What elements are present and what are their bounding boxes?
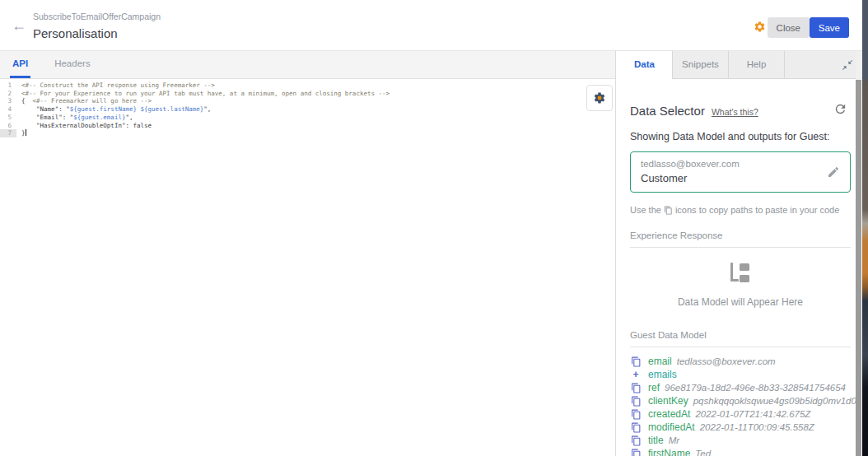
copy-icon[interactable] [631,396,642,407]
page-title: Personalisation [33,26,118,40]
field-value: Ted [695,449,711,456]
tab-snippets[interactable]: Snippets [673,51,729,78]
copy-icon[interactable] [631,422,642,433]
guest-field-row[interactable]: firstNameTed [630,447,851,456]
edit-pencil-icon[interactable] [827,165,840,179]
tab-headers[interactable]: Headers [52,51,92,78]
code-line[interactable]: 6 "HasExternalDoubleOptIn": false [0,122,615,130]
field-value: tedlasso@boxever.com [677,356,776,366]
back-arrow-icon[interactable]: ← [12,17,26,35]
editor-gear-icon [593,91,606,105]
editor-tab-bar: API Headers [0,51,615,79]
customer-email: tedlasso@boxever.com [641,159,840,169]
customer-type: Customer [641,172,840,184]
save-button[interactable]: Save [810,17,849,38]
guest-field-row[interactable]: ref96e8179a-18d2-496e-8b33-328541754654 [630,381,851,394]
code-line[interactable]: 4 "Name": "${guest.firstName} ${guest.la… [0,105,615,114]
copy-hint-text: Use the icons to copy paths to paste in … [630,205,851,215]
code-line[interactable]: 1<#-- Construct the API response using F… [0,81,615,90]
line-number: 2 [0,90,16,98]
editor-settings-button[interactable] [586,85,613,111]
field-key: email [648,356,672,367]
guest-field-row[interactable]: clientKeypqshkqqqoklsqwue4gs09b5idg0mv1d… [630,394,851,407]
field-value: Mr [669,435,679,445]
collapse-panel-icon[interactable] [841,58,854,72]
guest-data-model-title: Guest Data Model [630,330,851,340]
divider [630,247,851,248]
code-line[interactable]: 5 "Email": "${guest.email}", [0,114,615,122]
editor-panel: API Headers 1<#-- Construct the API resp… [0,51,616,456]
breadcrumb: SubscribeToEmailOfferCampaign [33,12,161,21]
data-panel-content: Data Selector What's this? Showing Data … [617,79,862,456]
guest-field-row[interactable]: createdAt2022-01-07T21:41:42.675Z [630,407,851,421]
guest-field-row[interactable]: modifiedAt2022-01-11T00:09:45.558Z [630,421,851,434]
expand-plus-icon[interactable]: + [632,370,638,379]
line-number: 6 [0,122,16,130]
copy-icon [664,206,673,215]
field-key: createdAt [648,408,690,420]
field-key: modifiedAt [648,421,695,433]
refresh-icon[interactable] [833,102,847,116]
code-lines: 1<#-- Construct the API response using F… [0,81,615,137]
field-key: ref [648,382,660,393]
code-line[interactable]: 3{ <#-- Freemarker will go here --> [0,97,615,105]
copy-icon[interactable] [631,383,642,393]
guest-field-list: emailtedlasso@boxever.com+emails ref96e8… [630,355,851,456]
text-cursor [26,129,26,136]
line-number: 1 [0,81,16,90]
guest-field-row[interactable]: +emails [630,368,851,381]
field-value: 2022-01-11T00:09:45.558Z [700,422,814,432]
data-selector-title: Data Selector [630,104,705,118]
copy-icon[interactable] [631,435,642,446]
close-button[interactable]: Close [768,17,810,38]
field-key: firstName [648,448,690,456]
code-line[interactable]: 7} [0,129,615,137]
whats-this-link[interactable]: What's this? [712,107,758,117]
data-panel: Data Snippets Help Data Selector What's … [617,51,862,456]
customer-selector[interactable]: tedlasso@boxever.com Customer [630,151,851,193]
background-window-edge [862,0,868,456]
field-key: emails [648,369,677,380]
field-value: pqshkqqqoklsqwue4gs09b5idg0mv1d0 [693,396,856,406]
guest-field-row[interactable]: titleMr [630,434,851,447]
code-editor[interactable]: 1<#-- Construct the API response using F… [0,79,615,137]
tab-data[interactable]: Data [617,51,673,79]
guest-field-row[interactable]: emailtedlasso@boxever.com [630,355,851,368]
settings-gear-icon[interactable] [754,21,766,33]
field-value: 96e8179a-18d2-496e-8b33-328541754654 [665,383,846,393]
data-model-placeholder-text: Data Model will Appear Here [630,296,851,308]
tab-api[interactable]: API [10,51,30,78]
line-number: 5 [0,114,16,122]
top-bar: ← SubscribeToEmailOfferCampaign Personal… [0,0,862,51]
experience-response-title: Experience Response [630,230,851,240]
empty-data-model: Data Model will Appear Here [630,262,851,308]
line-number: 3 [0,97,16,105]
showing-data-model-text: Showing Data Model and outputs for Guest… [630,131,851,142]
field-key: clientKey [648,395,688,407]
copy-icon[interactable] [631,409,642,420]
field-key: title [648,435,664,446]
field-value: 2022-01-07T21:41:42.675Z [695,409,810,419]
data-panel-tab-bar: Data Snippets Help [617,51,862,79]
line-number: 7 [0,129,16,137]
tree-icon [727,262,754,284]
line-number: 4 [0,105,16,114]
copy-icon[interactable] [631,356,642,367]
tab-help[interactable]: Help [729,51,785,78]
scrollbar-thumb[interactable] [856,80,861,456]
code-line[interactable]: 2<#-- For your Experience to run your AP… [0,90,615,98]
copy-icon[interactable] [631,449,642,456]
divider [630,347,851,347]
